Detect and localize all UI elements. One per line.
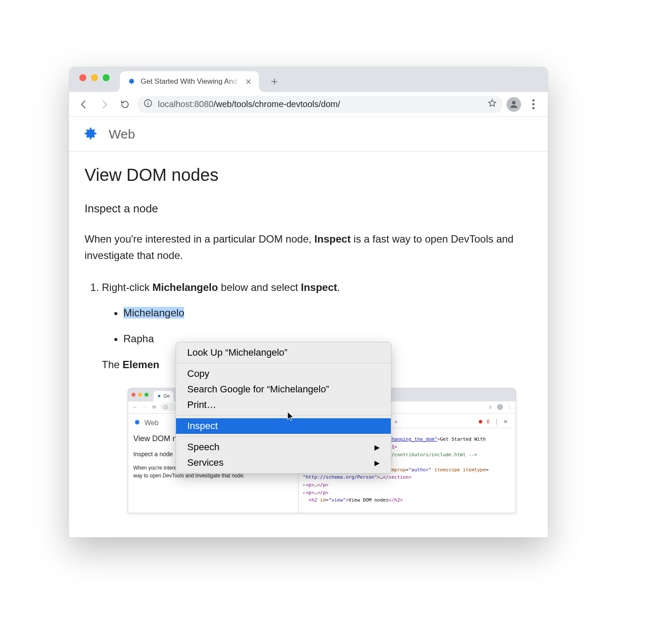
nested-reload-icon: ⟳ [151,403,157,411]
site-header-title: Web [109,127,135,142]
address-bar[interactable]: localhost:8080/web/tools/chrome-devtools… [137,96,503,113]
devtools-error-count: 6 [487,418,490,426]
site-info-icon[interactable] [143,98,153,110]
nested-back-icon: ← [132,403,138,411]
fullscreen-window-button[interactable] [103,74,110,81]
browser-window: Get Started With Viewing And C localhost… [69,67,548,537]
intro-paragraph: When you're interested in a particular D… [85,231,532,264]
nested-minimize-icon [138,393,142,397]
browser-tab[interactable]: Get Started With Viewing And C [120,71,259,92]
new-tab-button[interactable] [267,74,282,89]
page-h1: View DOM nodes [85,165,532,185]
devtools-tab-more: » [395,418,398,426]
page-h2: Inspect a node [85,202,532,215]
context-menu: Look Up “Michelangelo” Copy Search Googl… [176,342,391,474]
ctx-print[interactable]: Print… [176,397,391,413]
site-logo-icon [82,126,99,143]
example-item-michelangelo[interactable]: Michelangelo [123,304,532,322]
window-controls [75,67,114,92]
submenu-arrow-icon: ▶ [374,459,380,467]
browser-toolbar: localhost:8080/web/tools/chrome-devtools… [69,92,548,117]
tab-strip: Get Started With Viewing And C [69,67,548,92]
back-button[interactable] [75,96,92,113]
cursor-icon [287,411,295,422]
forward-button[interactable] [96,96,113,113]
svg-rect-2 [148,103,148,105]
ctx-services[interactable]: Services▶ [176,455,391,470]
chrome-menu-button[interactable] [525,96,542,113]
bookmark-star-icon[interactable] [487,98,497,110]
nested-menu-icon: ⋮ [507,403,512,411]
nested-close-icon [132,393,135,397]
url-text: localhost:8080/web/tools/chrome-devtools… [158,99,340,109]
tab-close-button[interactable] [244,77,253,86]
svg-point-1 [148,101,148,102]
nested-fullscreen-icon [145,393,148,397]
devtools-menu-icon: ⋮ [494,418,499,426]
ctx-speech[interactable]: Speech▶ [176,439,391,455]
nested-star-icon: ☆ [488,403,493,411]
minimize-window-button[interactable] [91,74,98,81]
nested-header-label: Web [145,417,159,429]
ctx-search-google[interactable]: Search Google for “Michelangelo” [176,382,391,397]
submenu-arrow-icon: ▶ [374,443,380,451]
site-header: Web [69,117,548,152]
tab-favicon-icon [127,77,136,86]
nested-profile-icon [497,404,503,410]
reload-button[interactable] [116,96,134,113]
close-window-button[interactable] [79,74,86,81]
ctx-lookup[interactable]: Look Up “Michelangelo” [176,345,391,360]
devtools-close-icon: ✕ [503,418,508,426]
profile-button[interactable] [506,97,521,112]
svg-point-3 [512,101,515,104]
error-dot-icon [479,420,482,423]
ctx-copy[interactable]: Copy [176,366,391,382]
tab-title: Get Started With Viewing And C [141,77,240,86]
nested-tab: Ge [154,391,173,401]
ctx-inspect[interactable]: Inspect [176,418,391,434]
nested-forward-icon: → [141,403,148,411]
